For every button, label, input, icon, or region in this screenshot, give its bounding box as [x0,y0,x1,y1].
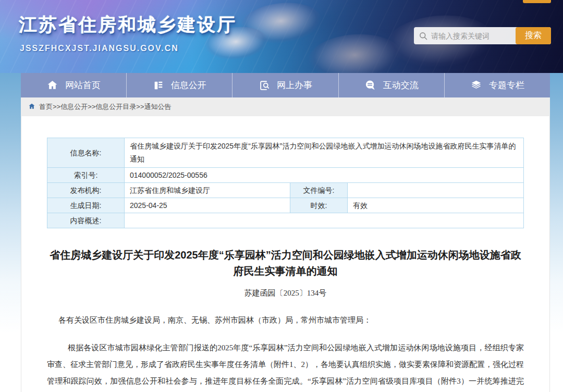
nav-item-label: 专题专栏 [489,79,524,91]
search-icon [419,31,428,41]
site-title: 江苏省住房和城乡建设厅 [19,13,237,37]
nav-item-online-service[interactable]: 网上办事 [232,73,338,97]
meta-label-publisher: 发布机构: [47,183,125,198]
meta-value-date: 2025-04-25 [125,198,290,213]
meta-value-name: 省住房城乡建设厅关于印发2025年度“乐享园林”活力空间和公园绿地嵌入式增加运动… [125,138,524,168]
article-salutation: 各有关设区市住房城乡建设局，南京、无锡、苏州市园林（市政）局，常州市城市管理局： [47,312,524,328]
meta-label-date: 生成日期: [47,198,125,213]
online-service-icon [259,80,270,91]
article-paragraph: 根据各设区市城市园林绿化主管部门报送的2025年度“乐享园林”活力空间和公园绿地… [47,339,524,392]
meta-label-index: 索引号: [47,168,125,183]
table-row: 生成日期: 2025-04-25 时效: 有效 [47,198,524,213]
nav-item-label: 互动交流 [383,79,419,91]
home-icon [46,79,58,91]
main-nav: 网站首页 信息公开 网上办事 [21,73,550,97]
chat-icon [364,79,376,91]
layers-icon [470,79,482,91]
search-bar: 搜索 [414,27,551,44]
meta-label-name: 信息名称: [47,138,125,168]
article-panel: 信息名称: 省住房城乡建设厅关于印发2025年度“乐享园林”活力空间和公园绿地嵌… [21,116,550,392]
search-button[interactable]: 搜索 [516,27,551,44]
article-title: 省住房城乡建设厅关于印发2025年度“乐享园林”活力空间和公园绿地嵌入式增加运动… [50,247,521,279]
article-body: 各有关设区市住房城乡建设局，南京、无锡、苏州市园林（市政）局，常州市城市管理局：… [47,312,524,392]
meta-value-summary [125,213,524,228]
info-disclosure-icon [153,80,164,91]
nav-item-label: 信息公开 [171,79,206,91]
site-url: JSSZFHCXJST.JIANGSU.GOV.CN [20,44,179,53]
meta-value-publisher: 江苏省住房和城乡建设厅 [125,183,290,198]
meta-value-doc-no [348,183,524,198]
meta-label-summary: 内容概述: [47,213,125,228]
document-meta-table: 信息名称: 省住房城乡建设厅关于印发2025年度“乐享园林”活力空间和公园绿地嵌… [47,138,524,228]
table-row: 信息名称: 省住房城乡建设厅关于印发2025年度“乐享园林”活力空间和公园绿地嵌… [47,138,524,168]
nav-item-label: 网站首页 [65,79,101,91]
nav-item-info-disclosure[interactable]: 信息公开 [126,73,232,97]
search-input[interactable] [428,32,516,40]
document-number: 苏建函园〔2025〕134号 [47,288,524,298]
meta-value-index: 014000052/2025-00556 [125,168,524,183]
content-column: 网站首页 信息公开 网上办事 [21,73,550,392]
breadcrumb[interactable]: 首页>>信息公开>>信息公开目录>>通知公告 [21,97,550,116]
nav-item-interaction[interactable]: 互动交流 [338,73,444,97]
table-row: 发布机构: 江苏省住房和城乡建设厅 文件编号: [47,183,524,198]
table-row: 索引号: 014000052/2025-00556 [47,168,524,183]
breadcrumb-path: 首页>>信息公开>>信息公开目录>>通知公告 [39,102,172,112]
nav-item-special-topics[interactable]: 专题专栏 [444,73,550,97]
header-banner: 江苏省住房和城乡建设厅 JSSZFHCXJST.JIANGSU.GOV.CN 搜… [0,0,563,73]
meta-label-doc-no: 文件编号: [290,183,348,198]
meta-value-validity: 有效 [348,198,524,213]
table-row: 内容概述: [47,213,524,228]
meta-label-validity: 时效: [290,198,348,213]
nav-item-home[interactable]: 网站首页 [21,73,126,97]
breadcrumb-home-icon [28,103,35,112]
nav-item-label: 网上办事 [277,79,312,91]
top-right-tab[interactable] [523,0,551,3]
